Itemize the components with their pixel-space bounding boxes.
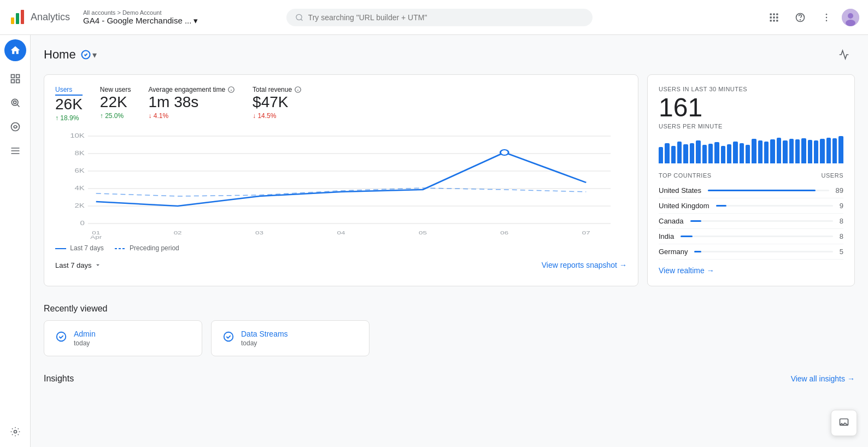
svg-rect-25 — [16, 80, 19, 83]
countries-list: United States 89 United Kingdom 9 Canada… — [659, 183, 843, 260]
realtime-bar — [752, 139, 756, 163]
realtime-label: USERS IN LAST 30 MINUTES — [659, 86, 843, 92]
realtime-card: USERS IN LAST 30 MINUTES 161 USERS PER M… — [647, 74, 855, 286]
search-icon — [295, 13, 303, 22]
realtime-bar — [789, 139, 794, 163]
country-row: United Kingdom 9 — [659, 198, 843, 214]
period-selector[interactable]: Last 7 days — [55, 261, 102, 269]
country-name: United States — [659, 186, 701, 195]
realtime-bar — [832, 138, 837, 163]
recently-viewed-section: Recently viewed Admin today Data Streams… — [31, 295, 868, 365]
legend-last7days: Last 7 days — [55, 244, 104, 252]
recent-time: today — [74, 339, 96, 347]
svg-rect-7 — [776, 13, 778, 15]
analytics-logo-icon — [9, 9, 26, 26]
realtime-bar — [795, 139, 800, 163]
feedback-button[interactable] — [831, 410, 857, 436]
page-dropdown-icon[interactable]: ▾ — [92, 50, 97, 60]
recent-card[interactable]: Data Streams today — [211, 320, 370, 356]
page-check-icon — [80, 49, 91, 60]
dashboard-grid: Users 26K ↑ 18.9% New users 22K ↑ 25.0% … — [31, 74, 868, 295]
main-chart-card: Users 26K ↑ 18.9% New users 22K ↑ 25.0% … — [44, 74, 638, 286]
realtime-bar — [721, 146, 725, 164]
recent-time: today — [241, 339, 288, 347]
app-title: Analytics — [31, 11, 70, 23]
svg-text:02: 02 — [174, 230, 182, 235]
country-bar — [681, 236, 693, 237]
realtime-bar — [683, 144, 688, 163]
metric-users-label: Users — [55, 86, 83, 96]
search-bar[interactable] — [286, 9, 593, 26]
more-button[interactable] — [816, 7, 837, 28]
svg-rect-24 — [11, 80, 14, 83]
country-bar-wrap — [690, 220, 833, 222]
sidebar-item-home[interactable] — [4, 39, 26, 61]
svg-rect-10 — [776, 16, 778, 18]
svg-rect-11 — [770, 20, 772, 21]
metric-users: Users 26K ↑ 18.9% — [55, 86, 83, 122]
svg-point-27 — [13, 101, 16, 104]
recent-name: Data Streams — [241, 330, 288, 338]
realtime-bar — [746, 145, 750, 163]
svg-point-15 — [800, 19, 801, 20]
realtime-number: 161 — [659, 95, 843, 121]
metric-new-users-label: New users — [100, 86, 131, 93]
realtime-bar — [696, 140, 700, 164]
realtime-bar — [820, 139, 824, 163]
realtime-bar — [733, 142, 737, 163]
sidebar-item-settings[interactable] — [4, 421, 26, 443]
country-users: 8 — [840, 232, 843, 240]
help-button[interactable] — [789, 7, 811, 28]
svg-rect-22 — [11, 75, 14, 78]
realtime-bar — [727, 144, 731, 163]
sidebar-item-reports[interactable] — [4, 68, 26, 90]
view-reports-snapshot-link[interactable]: View reports snapshot → — [542, 261, 627, 269]
metrics-row: Users 26K ↑ 18.9% New users 22K ↑ 25.0% … — [55, 86, 627, 122]
account-dropdown-icon[interactable]: ▾ — [193, 16, 198, 26]
country-bar-wrap — [681, 236, 833, 237]
metric-revenue-label: Total revenue — [253, 86, 302, 93]
svg-line-28 — [17, 105, 19, 107]
realtime-bar — [758, 140, 763, 164]
realtime-bar — [814, 140, 818, 164]
sidebar-item-explore[interactable] — [4, 92, 26, 114]
sidebar-item-configure[interactable] — [4, 140, 26, 162]
countries-header: TOP COUNTRIES USERS — [659, 172, 843, 179]
svg-point-21 — [846, 20, 855, 26]
metric-new-users-value: 22K — [100, 93, 131, 111]
search-input[interactable] — [308, 13, 584, 22]
realtime-bar — [826, 138, 831, 164]
recent-info: Data Streams today — [241, 330, 288, 347]
country-row: United States 89 — [659, 183, 843, 198]
svg-point-20 — [848, 13, 853, 19]
svg-text:06: 06 — [500, 230, 508, 235]
country-name: India — [659, 232, 674, 240]
chart-legend: Last 7 days Preceding period — [55, 244, 627, 252]
chart-area: 10K 8K 6K 4K 2K 0 01 Apr 02 03 04 05 06 — [55, 131, 627, 240]
account-name[interactable]: GA4 - Google Merchandise ... ▾ — [83, 16, 198, 26]
view-all-insights-link[interactable]: View all insights → — [791, 374, 855, 383]
sidebar-item-advertising[interactable] — [4, 116, 26, 138]
page-header: Home ▾ — [31, 35, 868, 74]
svg-line-4 — [301, 19, 303, 20]
apps-button[interactable] — [763, 7, 785, 28]
realtime-bar — [838, 136, 843, 163]
body-wrap: Home ▾ Users 26K — [0, 35, 868, 447]
realtime-bar — [702, 145, 707, 163]
svg-text:07: 07 — [582, 230, 590, 235]
legend-dashed-icon — [115, 246, 126, 251]
recently-viewed-title: Recently viewed — [44, 304, 855, 314]
breadcrumb: All accounts > Demo Account — [83, 9, 198, 16]
top-nav: Analytics All accounts > Demo Account GA… — [0, 0, 868, 35]
recent-card-icon — [222, 331, 234, 343]
customize-button[interactable] — [833, 44, 855, 66]
view-realtime-link[interactable]: View realtime → — [659, 266, 843, 275]
realtime-bar — [740, 143, 744, 164]
page-title: Home — [44, 48, 76, 62]
realtime-bar — [671, 146, 676, 164]
svg-text:6K: 6K — [75, 168, 85, 174]
country-row: Canada 8 — [659, 214, 843, 229]
avatar[interactable] — [842, 9, 859, 26]
insights-section: Insights View all insights → — [31, 365, 868, 399]
recent-card[interactable]: Admin today — [44, 320, 202, 356]
